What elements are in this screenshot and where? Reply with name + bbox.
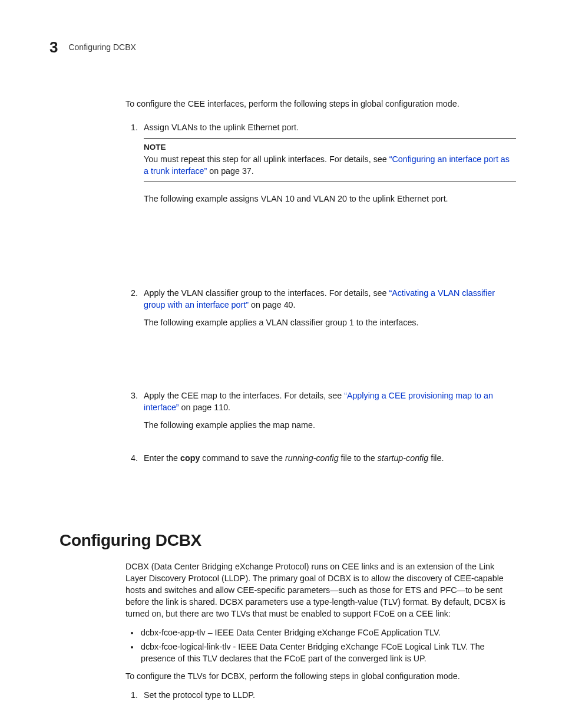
- bullet-item: dcbx-fcoe-logical-link-tlv - IEEE Data C…: [140, 641, 516, 664]
- paragraph: To configure the TLVs for DCBX, perform …: [125, 670, 516, 682]
- text-part: file.: [428, 453, 444, 463]
- body-content: To configure the CEE interfaces, perform…: [125, 98, 516, 464]
- file-startup-config: startup-config: [378, 453, 429, 463]
- example-text: The following example applies the map na…: [144, 419, 516, 431]
- page: 3 Configuring DCBX To configure the CEE …: [0, 0, 562, 728]
- code-placeholder: [144, 328, 516, 381]
- text-part: file to the: [339, 453, 378, 463]
- section-block: Configuring DCBX DCBX (Data Center Bridg…: [59, 529, 516, 700]
- note-label: NOTE: [144, 142, 516, 153]
- step-3: Apply the CEE map to the interfaces. For…: [140, 390, 516, 444]
- spacer: [144, 431, 516, 444]
- step-1: Assign VLANs to the uplink Ethernet port…: [140, 121, 516, 279]
- steps-list: Assign VLANs to the uplink Ethernet port…: [125, 121, 516, 464]
- text-part: command to save the: [200, 453, 285, 463]
- steps-list-2: Set the protocol type to LLDP.: [125, 689, 516, 701]
- step-pre: Apply the VLAN classifier group to the i…: [144, 288, 389, 298]
- step-post: on page 40.: [249, 300, 296, 309]
- note-body: You must repeat this step for all uplink…: [144, 153, 516, 177]
- page-header: 3 Configuring DCBX: [49, 37, 516, 58]
- step-post: on page 110.: [179, 403, 230, 412]
- example-text: The following example assigns VLAN 10 an…: [144, 193, 516, 205]
- bullet-item: dcbx-fcoe-app-tlv – IEEE Data Center Bri…: [140, 627, 516, 638]
- step-text: Apply the VLAN classifier group to the i…: [144, 287, 516, 311]
- note-text-pre: You must repeat this step for all uplink…: [144, 154, 389, 164]
- step-1: Set the protocol type to LLDP.: [140, 689, 516, 701]
- example-text: The following example applies a VLAN cla…: [144, 317, 516, 328]
- note-block: NOTE You must repeat this step for all u…: [144, 138, 516, 182]
- bullet-list: dcbx-fcoe-app-tlv – IEEE Data Center Bri…: [125, 627, 516, 664]
- text-part: Enter the: [144, 453, 180, 463]
- step-4: Enter the copy command to save the runni…: [140, 452, 516, 464]
- command-copy: copy: [180, 453, 200, 463]
- step-2: Apply the VLAN classifier group to the i…: [140, 287, 516, 381]
- header-title: Configuring DCBX: [68, 42, 135, 54]
- code-placeholder: [144, 205, 516, 279]
- step-text: Assign VLANs to the uplink Ethernet port…: [144, 121, 516, 133]
- paragraph: DCBX (Data Center Bridging eXchange Prot…: [125, 561, 516, 620]
- file-running-config: running-config: [285, 453, 339, 463]
- step-text: Apply the CEE map to the interfaces. For…: [144, 390, 516, 413]
- step-pre: Apply the CEE map to the interfaces. For…: [144, 391, 344, 400]
- step-text: Enter the copy command to save the runni…: [144, 452, 516, 464]
- chapter-number: 3: [49, 37, 58, 58]
- intro-paragraph: To configure the CEE interfaces, perform…: [125, 98, 516, 110]
- section-heading: Configuring DCBX: [59, 529, 516, 552]
- note-text-post: on page 37.: [207, 166, 254, 176]
- section-body: DCBX (Data Center Bridging eXchange Prot…: [125, 561, 516, 701]
